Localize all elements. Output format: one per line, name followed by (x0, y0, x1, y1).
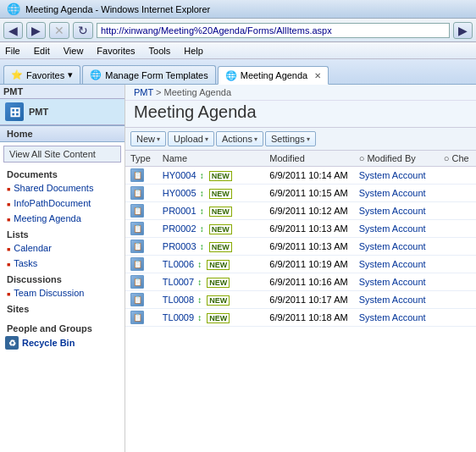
modified-by-link[interactable]: System Account (359, 170, 426, 180)
modified-by-link[interactable]: System Account (359, 206, 426, 216)
file-icon: 📋 (130, 240, 144, 253)
file-icon: 📋 (130, 204, 144, 218)
sidebar-item-team-discussion[interactable]: Team Discussion (0, 285, 125, 300)
new-badge: NEW (209, 207, 232, 217)
file-name-link[interactable]: TL0007 (163, 277, 194, 287)
close-tab-icon[interactable]: ✕ (314, 71, 321, 80)
file-name-link[interactable]: HY0004 (163, 170, 196, 180)
modified-date-cell: 6/9/2011 10:12 AM (264, 202, 353, 220)
sidebar-heading-people: People and Groups (0, 320, 125, 334)
file-name-link[interactable]: PR0003 (163, 241, 196, 251)
site-name: PMT (29, 107, 48, 117)
settings-button[interactable]: Settings ▾ (265, 131, 316, 146)
actions-label: Actions (222, 134, 252, 144)
breadcrumb-pmt[interactable]: PMT (134, 87, 153, 97)
address-bar[interactable] (97, 23, 450, 38)
file-name-link[interactable]: HY0005 (163, 188, 196, 198)
modified-by-link[interactable]: System Account (359, 312, 426, 322)
new-badge: NEW (209, 242, 232, 252)
sidebar-item-infopath-document[interactable]: InfoPathDocument (0, 196, 125, 211)
file-type-cell: 📋 (125, 273, 158, 291)
modified-by-link[interactable]: System Account (359, 295, 426, 305)
modified-by-link[interactable]: System Account (359, 259, 426, 269)
favorites-tab-label: Favorites (26, 70, 64, 80)
modified-date-cell: 6/9/2011 10:13 AM (264, 220, 353, 238)
sidebar-item-meeting-agenda[interactable]: Meeting Agenda (0, 211, 125, 226)
modified-by-cell: System Account (354, 220, 439, 238)
modified-by-link[interactable]: System Account (359, 277, 426, 287)
modified-by-cell: System Account (354, 202, 439, 220)
file-name-link[interactable]: PR0001 (163, 206, 196, 216)
sort-arrow-icon: ↕ (200, 242, 204, 251)
file-name-link[interactable]: TL0006 (163, 259, 194, 269)
actions-button[interactable]: Actions ▾ (216, 131, 263, 146)
sidebar-home-tab[interactable]: Home (0, 125, 125, 142)
actions-dropdown-arrow-icon: ▾ (254, 135, 257, 143)
modified-by-cell: System Account (354, 185, 439, 202)
tab-favorites[interactable]: ⭐ Favorites ▾ (3, 65, 80, 84)
recycle-bin-item[interactable]: ♻ Recycle Bin (0, 334, 125, 351)
sidebar-item-tasks[interactable]: Tasks (0, 256, 125, 271)
tab-manage-form[interactable]: 🌐 Manage Form Templates (82, 65, 215, 84)
file-type-cell: 📋 (125, 256, 158, 273)
checkbox-cell (439, 167, 476, 185)
file-icon: 📋 (130, 168, 144, 182)
page-body: PMT ⊞ PMT Home View All Site Content Doc… (0, 85, 476, 452)
go-button[interactable]: ▶ (453, 22, 473, 39)
list-table: Type Name Modified ○ Modified By ○ Che 📋 (125, 151, 476, 327)
logo-grid-icon: ⊞ (9, 104, 20, 120)
modified-by-link[interactable]: System Account (359, 223, 426, 234)
modified-by-cell: System Account (354, 238, 439, 256)
file-name-link[interactable]: PR0002 (163, 223, 196, 234)
settings-label: Settings (271, 134, 305, 144)
col-header-modified[interactable]: Modified (264, 151, 353, 167)
modified-date-cell: 6/9/2011 10:13 AM (264, 238, 353, 256)
new-badge: NEW (209, 171, 232, 181)
menu-view[interactable]: View (64, 46, 84, 56)
menu-favorites[interactable]: Favorites (97, 46, 135, 56)
list-content: Type Name Modified ○ Modified By ○ Che 📋 (125, 151, 476, 452)
tab-meeting-agenda[interactable]: 🌐 Meeting Agenda ✕ (218, 66, 329, 85)
new-badge: NEW (209, 224, 232, 234)
col-header-name[interactable]: Name (158, 151, 264, 167)
file-name-cell: TL0007 ↕ NEW (158, 273, 264, 291)
file-name-link[interactable]: TL0009 (163, 312, 194, 322)
back-button[interactable]: ◀ (3, 22, 23, 39)
stop-button[interactable]: ✕ (49, 22, 69, 39)
file-name-cell: PR0003 ↕ NEW (158, 238, 264, 256)
file-type-cell: 📋 (125, 220, 158, 238)
modified-by-link[interactable]: System Account (359, 241, 426, 251)
checkbox-cell (439, 202, 476, 220)
file-name-link[interactable]: TL0008 (163, 295, 194, 305)
upload-button[interactable]: Upload ▾ (168, 131, 214, 146)
breadcrumb-separator: > (156, 87, 163, 97)
pmt-label: PMT (0, 85, 125, 99)
sidebar-item-calendar[interactable]: Calendar (0, 240, 125, 256)
modified-date-cell: 6/9/2011 10:17 AM (264, 291, 353, 309)
sort-arrow-icon: ↕ (200, 189, 204, 198)
menu-edit[interactable]: Edit (34, 46, 50, 56)
favorites-dropdown-icon[interactable]: ▾ (68, 69, 73, 80)
modified-by-link[interactable]: System Account (359, 188, 426, 198)
page-title: Meeting Agenda (125, 101, 476, 128)
new-button[interactable]: New ▾ (130, 131, 166, 146)
sort-arrow-icon: ↕ (200, 171, 204, 180)
col-header-type: Type (125, 151, 158, 167)
menu-help[interactable]: Help (184, 46, 203, 56)
menu-file[interactable]: File (5, 46, 20, 56)
checkbox-cell (439, 220, 476, 238)
main-content: PMT > Meeting Agenda Meeting Agenda New … (125, 85, 476, 452)
sidebar-item-shared-documents[interactable]: Shared Documents (0, 180, 125, 196)
manage-form-tab-label: Manage Form Templates (105, 70, 208, 80)
file-name-cell: TL0006 ↕ NEW (158, 256, 264, 273)
browser-icon: 🌐 (7, 3, 20, 15)
file-type-cell: 📋 (125, 291, 158, 309)
new-badge: NEW (207, 295, 230, 306)
view-all-site-content[interactable]: View All Site Content (3, 146, 121, 163)
menu-tools[interactable]: Tools (149, 46, 171, 56)
sort-arrow-icon: ↕ (200, 207, 204, 216)
forward-button[interactable]: ▶ (26, 22, 46, 39)
sort-arrow-icon: ↕ (197, 278, 202, 287)
refresh-button[interactable]: ↻ (73, 22, 93, 39)
checkbox-cell (439, 185, 476, 202)
